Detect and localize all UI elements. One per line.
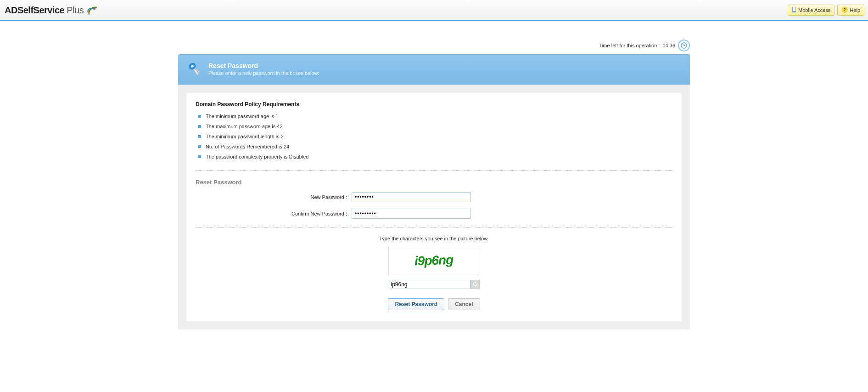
policy-item: The minimum password length is 2 — [198, 131, 672, 142]
cancel-button[interactable]: Cancel — [448, 298, 480, 310]
clock-icon — [678, 40, 690, 51]
policy-item: The minimum password age is 1 — [198, 111, 672, 121]
confirm-password-input[interactable] — [352, 209, 471, 219]
action-row: Reset Password Cancel — [196, 298, 672, 310]
panel-header: Reset Password Please enter a new passwo… — [178, 54, 690, 85]
top-actions: Mobile Access ? Help — [788, 5, 864, 16]
top-bar: ADSelfService Plus Mobile Access ? Help — [0, 0, 868, 21]
timer-row: Time left for this operation : 04:36 — [178, 40, 690, 51]
mobile-icon — [792, 6, 796, 14]
confirm-password-row: Confirm New Password : — [196, 209, 672, 219]
brand-main: ADSelfService — [5, 5, 64, 15]
brand-text: ADSelfService Plus — [5, 5, 84, 16]
svg-text:?: ? — [844, 7, 846, 12]
help-label: Help — [850, 7, 860, 13]
captcha-input[interactable] — [389, 280, 470, 289]
brand-suffix: Plus — [67, 5, 84, 15]
new-password-row: New Password : — [196, 192, 672, 202]
policy-item: The password complexity property is Disa… — [198, 152, 672, 162]
policy-item: No. of Passwords Remembered is 24 — [198, 142, 672, 152]
mobile-access-button[interactable]: Mobile Access — [788, 5, 834, 16]
timer-label: Time left for this operation : — [599, 43, 660, 48]
policy-list: The minimum password age is 1 The maximu… — [196, 111, 672, 162]
brand-arc-icon — [86, 5, 97, 16]
policy-item: The maximum password age is 42 — [198, 121, 672, 131]
new-password-input[interactable] — [352, 192, 471, 202]
main-panel: Reset Password Please enter a new passwo… — [178, 54, 690, 330]
help-button[interactable]: ? Help — [837, 5, 864, 16]
refresh-icon — [472, 281, 478, 288]
mobile-access-label: Mobile Access — [798, 7, 830, 13]
captcha-input-row — [196, 280, 672, 289]
reset-section-title: Reset Password — [196, 179, 672, 186]
captcha-text: i9p6ng — [414, 253, 454, 269]
svg-rect-1 — [793, 7, 795, 11]
confirm-password-label: Confirm New Password : — [196, 211, 347, 216]
key-icon — [185, 59, 204, 79]
brand: ADSelfService Plus — [5, 5, 97, 16]
svg-line-6 — [684, 45, 685, 46]
card: Domain Password Policy Requirements The … — [186, 93, 682, 321]
captcha-section: Type the characters you see in the pictu… — [196, 236, 672, 310]
help-icon: ? — [841, 6, 848, 14]
captcha-refresh-button[interactable] — [470, 280, 480, 289]
captcha-image: i9p6ng — [388, 247, 480, 274]
divider — [196, 227, 672, 227]
divider — [196, 170, 672, 170]
svg-rect-8 — [197, 71, 200, 73]
panel-subtitle: Please enter a new password in the boxes… — [208, 70, 319, 76]
captcha-instruction: Type the characters you see in the pictu… — [196, 236, 672, 241]
policy-heading: Domain Password Policy Requirements — [196, 101, 672, 108]
panel-title: Reset Password — [208, 62, 319, 69]
reset-password-button[interactable]: Reset Password — [388, 298, 444, 310]
timer-value: 04:36 — [662, 43, 675, 48]
new-password-label: New Password : — [196, 194, 347, 200]
